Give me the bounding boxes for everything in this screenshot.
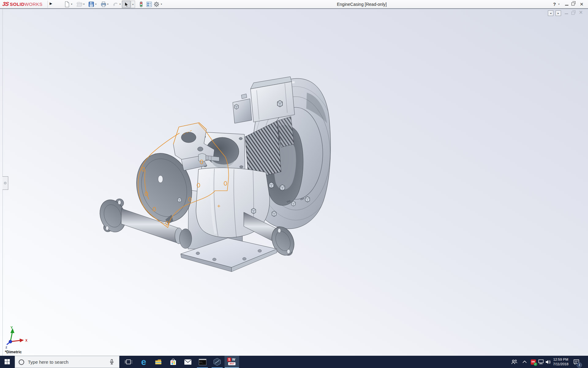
edge-button[interactable]: e (136, 356, 151, 368)
stoplight-icon (138, 1, 145, 8)
properties-button[interactable] (146, 1, 153, 8)
options-dropdown-caret[interactable]: ▾ (161, 3, 162, 6)
save-icon (88, 1, 95, 8)
help-button[interactable]: ? (553, 2, 556, 7)
task-view-button[interactable] (121, 356, 136, 368)
select-dropdown-caret[interactable]: ▾ (131, 1, 135, 8)
engine-casing-3d-view[interactable] (0, 9, 588, 356)
prev-triangle-icon: ◂ (550, 12, 552, 15)
people-icon (511, 359, 517, 364)
new-document-button[interactable] (64, 1, 70, 8)
tray-overflow-button[interactable] (521, 356, 529, 368)
toolbar-divider (47, 1, 48, 8)
select-cursor-icon (123, 1, 130, 8)
axis-y-label: Y (10, 326, 13, 329)
hexagon-app-button[interactable] (210, 356, 224, 368)
solidworks-app-icon: S W 2017 (227, 358, 236, 366)
store-button[interactable] (166, 356, 180, 368)
view-stoplight-button[interactable] (138, 1, 145, 8)
brand-text-light: WORKS (24, 2, 43, 7)
options-gear-icon (153, 1, 160, 8)
new-document-icon (64, 1, 70, 8)
brand-text-bold: SOLID (10, 2, 24, 7)
doc-restore-button[interactable] (571, 12, 575, 15)
hexagon-app-icon (213, 358, 221, 366)
task-view-icon (125, 358, 132, 365)
properties-icon (146, 1, 153, 8)
new-dropdown-caret[interactable]: ▾ (71, 3, 72, 6)
start-icon (5, 359, 10, 364)
undo-button[interactable] (112, 1, 119, 8)
cmd-prompt-text: C:\_ (200, 361, 203, 363)
graphics-area[interactable]: ◂ ▸ ✕ Y X Z *Dimetric (0, 9, 588, 356)
print-dropdown-caret[interactable]: ▾ (107, 3, 108, 6)
doc-close-button[interactable]: ✕ (579, 10, 583, 15)
solidworks-monitor-tray-button[interactable]: SW ✓ (529, 356, 537, 368)
doc-minimize-button[interactable] (565, 13, 568, 14)
axis-x-label: X (25, 339, 28, 342)
notification-badge: 3 (577, 362, 582, 368)
taskbar-clock[interactable]: 12:59 PM 7/11/2018 (551, 357, 571, 366)
print-icon (100, 1, 107, 8)
mail-icon (184, 359, 192, 365)
edge-icon: e (141, 357, 146, 366)
help-dropdown-caret[interactable]: ▾ (558, 3, 560, 6)
cmd-button[interactable]: C:\_ (195, 356, 210, 368)
cortana-icon (19, 359, 24, 365)
orientation-triad: Y X Z (4, 326, 31, 350)
axis-z-label: Z (6, 346, 7, 349)
titlebar: 3S SOLIDWORKS ▶ ▾ ▾ (0, 0, 588, 9)
solidworks-app-button[interactable]: S W 2017 (224, 356, 239, 368)
select-tool-button[interactable] (122, 1, 130, 8)
open-icon (76, 1, 83, 8)
clock-time: 12:59 PM (551, 357, 571, 362)
document-title: EngineCasing [Read-only] (337, 2, 387, 7)
solidworks-logo-mark-icon: 3S (2, 1, 9, 7)
check-icon: ✓ (534, 362, 537, 366)
close-button[interactable]: ✕ (580, 2, 584, 7)
explorer-icon (155, 358, 162, 365)
volume-icon (545, 359, 551, 365)
network-icon (538, 359, 544, 365)
save-button[interactable] (88, 1, 95, 8)
solidworks-logo: 3S SOLIDWORKS (2, 1, 43, 8)
undo-icon (112, 1, 119, 8)
tray-sw-text: SW (531, 361, 535, 363)
open-dropdown-caret[interactable]: ▾ (83, 3, 85, 6)
sw-letter-s: S (227, 358, 231, 362)
mic-icon[interactable] (109, 359, 114, 365)
store-icon (170, 358, 177, 366)
file-explorer-button[interactable] (151, 356, 166, 368)
clock-date: 7/11/2018 (551, 362, 571, 366)
next-triangle-icon: ▸ (558, 12, 559, 15)
sw-monitor-icon: SW ✓ (531, 359, 536, 365)
splitter-handle-icon (4, 182, 6, 184)
people-button[interactable] (510, 356, 519, 368)
windows-taskbar: e (0, 356, 588, 368)
taskbar-search[interactable] (15, 356, 119, 368)
sw-year: 2017 (228, 362, 236, 365)
restore-button[interactable] (571, 2, 575, 6)
doc-next-button[interactable]: ▸ (556, 10, 561, 16)
print-button[interactable] (100, 1, 107, 8)
doc-prev-button[interactable]: ◂ (548, 10, 553, 16)
minimize-button[interactable] (565, 5, 568, 6)
mail-button[interactable] (180, 356, 195, 368)
caret-glyph: ▾ (132, 3, 134, 6)
sw-letter-w: W (232, 358, 236, 362)
start-button[interactable] (0, 356, 15, 368)
save-dropdown-caret[interactable]: ▾ (95, 3, 96, 6)
options-button[interactable] (153, 1, 160, 8)
search-input[interactable] (28, 356, 104, 368)
feature-manager-collapsed-tab[interactable] (2, 176, 8, 190)
undo-dropdown-caret[interactable]: ▾ (119, 3, 121, 6)
toolbar-expand-arrow[interactable]: ▶ (50, 2, 52, 6)
solidworks-window: 3S SOLIDWORKS ▶ ▾ ▾ (0, 0, 588, 368)
open-button[interactable] (76, 1, 83, 8)
tray-chevron-icon (522, 361, 527, 363)
cmd-icon: C:\_ (199, 359, 206, 365)
view-orientation-label: *Dimetric (5, 350, 22, 354)
